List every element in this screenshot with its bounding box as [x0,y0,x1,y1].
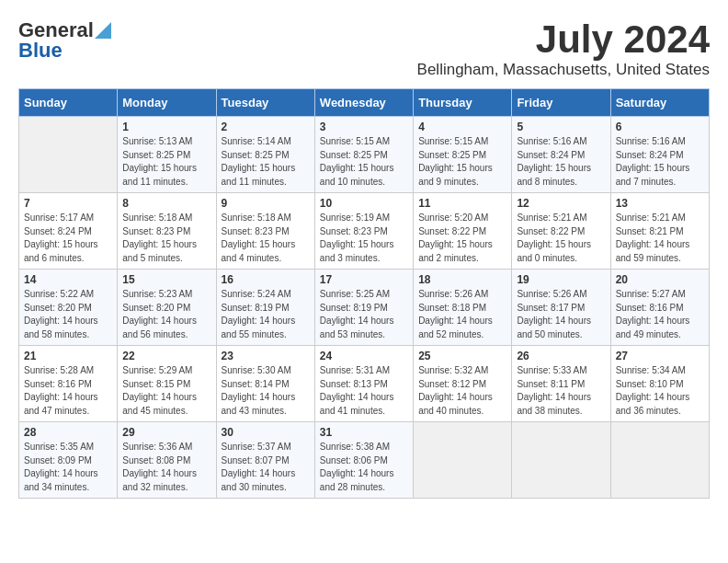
sunrise-text: Sunrise: 5:24 AM [222,289,291,299]
daylight-text: Daylight: 15 hours and 10 minutes. [320,163,394,187]
sunrise-text: Sunrise: 5:36 AM [122,442,192,452]
daylight-text: Daylight: 14 hours and 59 minutes. [616,239,690,263]
day-number: 13 [616,197,704,210]
cell-info: Sunrise: 5:29 AM Sunset: 8:15 PM Dayligh… [122,364,210,418]
sunset-text: Sunset: 8:24 PM [517,150,585,160]
weekday-header-wednesday: Wednesday [314,89,413,117]
sunset-text: Sunset: 8:24 PM [616,150,684,160]
cell-info: Sunrise: 5:16 AM Sunset: 8:24 PM Dayligh… [517,135,605,189]
calendar-cell: 1 Sunrise: 5:13 AM Sunset: 8:25 PM Dayli… [118,117,216,193]
day-number: 30 [222,426,310,439]
daylight-text: Daylight: 14 hours and 38 minutes. [517,392,591,416]
sunrise-text: Sunrise: 5:28 AM [24,365,94,375]
daylight-text: Daylight: 15 hours and 9 minutes. [418,163,493,187]
sunset-text: Sunset: 8:12 PM [418,379,486,389]
calendar-week-row: 14 Sunrise: 5:22 AM Sunset: 8:20 PM Dayl… [19,270,710,346]
day-number: 21 [24,350,112,362]
sunset-text: Sunset: 8:16 PM [616,303,684,313]
cell-info: Sunrise: 5:37 AM Sunset: 8:07 PM Dayligh… [222,441,310,494]
cell-info: Sunrise: 5:30 AM Sunset: 8:14 PM Dayligh… [222,364,310,418]
day-number: 23 [222,350,310,362]
sunset-text: Sunset: 8:15 PM [122,379,190,389]
daylight-text: Daylight: 15 hours and 11 minutes. [222,163,296,187]
cell-info: Sunrise: 5:33 AM Sunset: 8:11 PM Dayligh… [517,364,605,418]
weekday-header-saturday: Saturday [610,89,709,117]
cell-info: Sunrise: 5:16 AM Sunset: 8:24 PM Dayligh… [616,135,704,189]
calendar-week-row: 1 Sunrise: 5:13 AM Sunset: 8:25 PM Dayli… [19,117,710,193]
calendar-cell: 28 Sunrise: 5:35 AM Sunset: 8:09 PM Dayl… [19,422,118,499]
cell-info: Sunrise: 5:27 AM Sunset: 8:16 PM Dayligh… [616,288,704,341]
daylight-text: Daylight: 14 hours and 41 minutes. [320,392,394,416]
cell-info: Sunrise: 5:21 AM Sunset: 8:22 PM Dayligh… [517,212,605,265]
sunset-text: Sunset: 8:06 PM [320,455,388,465]
sunset-text: Sunset: 8:23 PM [222,226,290,236]
sunset-text: Sunset: 8:08 PM [122,455,190,465]
day-number: 17 [320,273,408,286]
calendar-week-row: 28 Sunrise: 5:35 AM Sunset: 8:09 PM Dayl… [19,422,710,499]
title-block: July 2024 Bellingham, Massachusetts, Uni… [417,18,710,79]
sunrise-text: Sunrise: 5:34 AM [616,365,686,375]
calendar-cell: 2 Sunrise: 5:14 AM Sunset: 8:25 PM Dayli… [216,117,314,193]
sunrise-text: Sunrise: 5:16 AM [517,136,586,146]
sunrise-text: Sunrise: 5:19 AM [320,213,390,223]
sunset-text: Sunset: 8:14 PM [222,379,290,389]
location-title: Bellingham, Massachusetts, United States [417,61,710,79]
daylight-text: Daylight: 14 hours and 36 minutes. [616,392,690,416]
calendar-week-row: 7 Sunrise: 5:17 AM Sunset: 8:24 PM Dayli… [19,193,710,270]
day-number: 18 [418,273,506,286]
sunrise-text: Sunrise: 5:31 AM [320,365,390,375]
daylight-text: Daylight: 14 hours and 50 minutes. [517,316,591,339]
calendar-cell [19,117,118,193]
cell-info: Sunrise: 5:36 AM Sunset: 8:08 PM Dayligh… [122,441,210,494]
calendar-cell: 23 Sunrise: 5:30 AM Sunset: 8:14 PM Dayl… [216,346,314,422]
calendar-cell: 11 Sunrise: 5:20 AM Sunset: 8:22 PM Dayl… [414,193,512,270]
day-number: 11 [418,197,506,210]
calendar-cell [414,422,512,499]
sunset-text: Sunset: 8:10 PM [616,379,684,389]
cell-info: Sunrise: 5:26 AM Sunset: 8:17 PM Dayligh… [517,288,605,341]
sunset-text: Sunset: 8:13 PM [320,379,388,389]
sunrise-text: Sunrise: 5:21 AM [616,213,686,223]
day-number: 14 [24,273,112,286]
cell-info: Sunrise: 5:31 AM Sunset: 8:13 PM Dayligh… [320,364,408,418]
weekday-header-friday: Friday [512,89,610,117]
calendar-cell: 29 Sunrise: 5:36 AM Sunset: 8:08 PM Dayl… [118,422,216,499]
calendar-cell: 8 Sunrise: 5:18 AM Sunset: 8:23 PM Dayli… [118,193,216,270]
svg-marker-0 [95,22,111,39]
sunset-text: Sunset: 8:25 PM [418,150,486,160]
sunrise-text: Sunrise: 5:14 AM [222,136,291,146]
calendar-cell: 22 Sunrise: 5:29 AM Sunset: 8:15 PM Dayl… [118,346,216,422]
calendar-table: SundayMondayTuesdayWednesdayThursdayFrid… [18,88,710,499]
daylight-text: Daylight: 14 hours and 28 minutes. [320,468,394,492]
day-number: 20 [616,273,704,286]
cell-info: Sunrise: 5:14 AM Sunset: 8:25 PM Dayligh… [222,135,310,189]
calendar-cell: 15 Sunrise: 5:23 AM Sunset: 8:20 PM Dayl… [118,270,216,346]
daylight-text: Daylight: 14 hours and 32 minutes. [122,468,197,492]
sunrise-text: Sunrise: 5:27 AM [616,289,686,299]
weekday-header-monday: Monday [118,89,216,117]
cell-info: Sunrise: 5:15 AM Sunset: 8:25 PM Dayligh… [320,135,408,189]
daylight-text: Daylight: 14 hours and 40 minutes. [418,392,493,416]
calendar-week-row: 21 Sunrise: 5:28 AM Sunset: 8:16 PM Dayl… [19,346,710,422]
day-number: 1 [122,121,210,133]
sunset-text: Sunset: 8:25 PM [222,150,290,160]
daylight-text: Daylight: 14 hours and 55 minutes. [222,316,296,339]
daylight-text: Daylight: 15 hours and 8 minutes. [517,163,591,187]
page-header: General Blue July 2024 Bellingham, Massa… [18,18,710,79]
day-number: 29 [122,426,210,439]
sunrise-text: Sunrise: 5:15 AM [418,136,488,146]
sunset-text: Sunset: 8:20 PM [122,303,190,313]
sunrise-text: Sunrise: 5:18 AM [222,213,291,223]
day-number: 4 [418,121,506,133]
sunrise-text: Sunrise: 5:23 AM [122,289,192,299]
day-number: 28 [24,426,112,439]
daylight-text: Daylight: 14 hours and 47 minutes. [24,392,98,416]
sunset-text: Sunset: 8:18 PM [418,303,486,313]
day-number: 12 [517,197,605,210]
day-number: 5 [517,121,605,133]
weekday-header-sunday: Sunday [19,89,118,117]
cell-info: Sunrise: 5:35 AM Sunset: 8:09 PM Dayligh… [24,441,112,494]
cell-info: Sunrise: 5:19 AM Sunset: 8:23 PM Dayligh… [320,212,408,265]
cell-info: Sunrise: 5:15 AM Sunset: 8:25 PM Dayligh… [418,135,506,189]
daylight-text: Daylight: 15 hours and 11 minutes. [122,163,197,187]
